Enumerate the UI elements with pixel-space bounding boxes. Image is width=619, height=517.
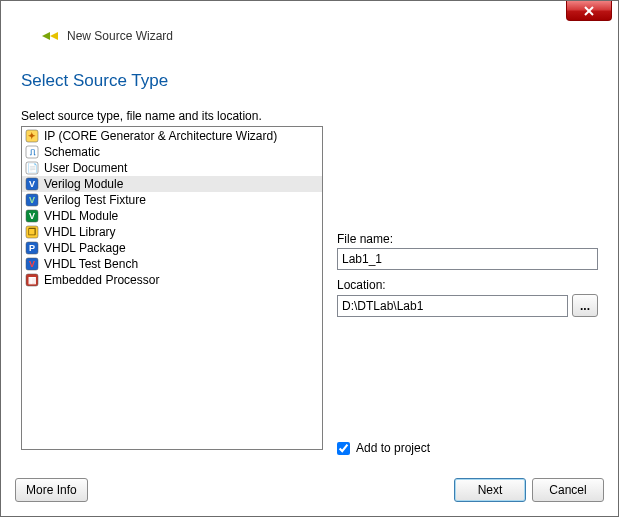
- svg-text:V: V: [29, 259, 35, 269]
- instruction-text: Select source type, file name and its lo…: [21, 109, 598, 123]
- source-type-item[interactable]: PVHDL Package: [22, 240, 322, 256]
- svg-text:❐: ❐: [28, 227, 36, 237]
- svg-text:⎍: ⎍: [29, 147, 36, 157]
- svg-text:▦: ▦: [28, 275, 37, 285]
- page-title: Select Source Type: [21, 71, 598, 91]
- source-type-label: VHDL Module: [44, 209, 118, 223]
- vhdl-icon: V: [24, 209, 40, 223]
- source-type-item[interactable]: ❐VHDL Library: [22, 224, 322, 240]
- source-type-label: VHDL Package: [44, 241, 126, 255]
- svg-text:V: V: [29, 179, 35, 189]
- source-type-label: Verilog Module: [44, 177, 123, 191]
- svg-text:📄: 📄: [27, 162, 39, 174]
- source-type-label: Verilog Test Fixture: [44, 193, 146, 207]
- add-to-project-row: Add to project: [337, 441, 598, 455]
- location-row: ...: [337, 294, 598, 317]
- verilog-icon: V: [24, 177, 40, 191]
- testbench-icon: V: [24, 257, 40, 271]
- svg-text:✦: ✦: [28, 131, 36, 141]
- source-type-item[interactable]: ⎍Schematic: [22, 144, 322, 160]
- wizard-icon: [41, 27, 59, 45]
- content-area: Select Source Type Select source type, f…: [1, 55, 618, 467]
- more-info-button[interactable]: More Info: [15, 478, 88, 502]
- cancel-button[interactable]: Cancel: [532, 478, 604, 502]
- close-icon: [583, 6, 595, 16]
- testfix-icon: V: [24, 193, 40, 207]
- source-type-list[interactable]: ✦IP (CORE Generator & Architecture Wizar…: [21, 126, 323, 450]
- close-button[interactable]: [566, 1, 612, 21]
- embedded-icon: ▦: [24, 273, 40, 287]
- ellipsis-icon: ...: [580, 299, 590, 313]
- add-to-project-checkbox[interactable]: [337, 442, 350, 455]
- svg-marker-3: [50, 32, 58, 40]
- file-name-input[interactable]: [337, 248, 598, 270]
- source-type-label: VHDL Test Bench: [44, 257, 138, 271]
- svg-marker-2: [42, 32, 50, 40]
- add-to-project-label[interactable]: Add to project: [356, 441, 430, 455]
- file-name-label: File name:: [337, 232, 598, 246]
- svg-text:V: V: [29, 211, 35, 221]
- source-type-label: User Document: [44, 161, 127, 175]
- source-type-label: VHDL Library: [44, 225, 116, 239]
- source-type-item[interactable]: VVHDL Module: [22, 208, 322, 224]
- location-label: Location:: [337, 278, 598, 292]
- browse-button[interactable]: ...: [572, 294, 598, 317]
- source-type-item[interactable]: 📄User Document: [22, 160, 322, 176]
- doc-icon: 📄: [24, 161, 40, 175]
- schematic-icon: ⎍: [24, 145, 40, 159]
- source-type-item[interactable]: VVerilog Module: [22, 176, 322, 192]
- source-type-label: IP (CORE Generator & Architecture Wizard…: [44, 129, 277, 143]
- location-input[interactable]: [337, 295, 568, 317]
- source-type-item[interactable]: VVHDL Test Bench: [22, 256, 322, 272]
- source-type-label: Embedded Processor: [44, 273, 159, 287]
- wizard-window: New Source Wizard Select Source Type Sel…: [0, 0, 619, 517]
- source-type-item[interactable]: ✦IP (CORE Generator & Architecture Wizar…: [22, 128, 322, 144]
- source-type-item[interactable]: ▦Embedded Processor: [22, 272, 322, 288]
- footer: More Info Next Cancel: [1, 467, 618, 516]
- next-button[interactable]: Next: [454, 478, 526, 502]
- titlebar: [1, 1, 618, 27]
- wizard-header: New Source Wizard: [1, 27, 618, 55]
- wizard-title: New Source Wizard: [67, 29, 173, 43]
- svg-text:V: V: [29, 195, 35, 205]
- main-row: ✦IP (CORE Generator & Architecture Wizar…: [21, 126, 598, 459]
- library-icon: ❐: [24, 225, 40, 239]
- source-type-label: Schematic: [44, 145, 100, 159]
- form-column: File name: Location: ... Add to project: [337, 126, 598, 459]
- svg-text:P: P: [29, 243, 35, 253]
- ip-icon: ✦: [24, 129, 40, 143]
- source-type-item[interactable]: VVerilog Test Fixture: [22, 192, 322, 208]
- package-icon: P: [24, 241, 40, 255]
